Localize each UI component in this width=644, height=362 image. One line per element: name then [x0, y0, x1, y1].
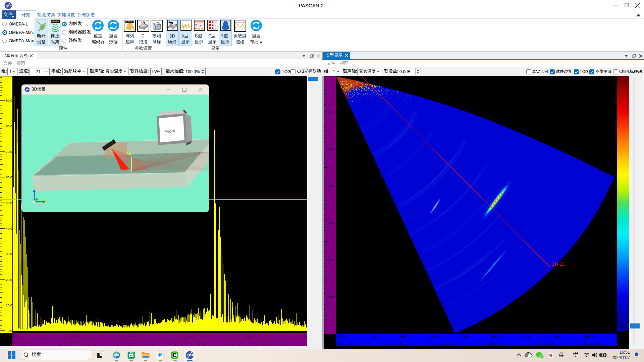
- svg-text:30.0: 30.0: [329, 184, 335, 188]
- svg-text:10.0: 10.0: [6, 303, 12, 307]
- svg-text:80.0: 80.0: [6, 124, 12, 128]
- svg-text:40.0: 40.0: [329, 221, 335, 225]
- svg-text:CAN: CAN: [190, 354, 194, 356]
- svg-text:20.0: 20.0: [130, 334, 136, 338]
- svg-text:CH-21: CH-21: [551, 261, 565, 267]
- svg-text:110.0: 110.0: [585, 335, 593, 338]
- svg-text:CAN: CAN: [8, 4, 12, 7]
- svg-text:20.0: 20.0: [6, 278, 12, 282]
- svg-text:40.0: 40.0: [6, 227, 12, 230]
- svg-text:30.0: 30.0: [6, 252, 12, 256]
- svg-text:120.0: 120.0: [616, 335, 624, 338]
- svg-text:Z: Z: [126, 150, 128, 154]
- svg-text:50.0: 50.0: [6, 201, 12, 205]
- svg-text:30.0: 30.0: [340, 335, 346, 338]
- svg-text:90.0: 90.0: [6, 99, 12, 102]
- svg-text:Y: Y: [38, 194, 40, 199]
- svg-text:10.0: 10.0: [329, 110, 335, 114]
- svg-text:80.0: 80.0: [493, 335, 499, 338]
- svg-text:70.0: 70.0: [6, 150, 12, 154]
- svg-text:30.0: 30.0: [188, 334, 194, 338]
- svg-text:20.0: 20.0: [329, 147, 335, 150]
- svg-text:50.0: 50.0: [329, 258, 335, 262]
- svg-text:40.0: 40.0: [371, 335, 377, 338]
- svg-text:60.0: 60.0: [329, 295, 335, 299]
- svg-text:0.0: 0.0: [8, 329, 12, 333]
- svg-text:0.0: 0.0: [14, 334, 18, 338]
- svg-text:X: X: [46, 199, 48, 204]
- svg-text:50.0: 50.0: [401, 335, 408, 338]
- svg-text:Z: Z: [33, 185, 35, 190]
- svg-text:40.0: 40.0: [246, 334, 252, 338]
- svg-text:70.0: 70.0: [463, 335, 469, 338]
- svg-text:60.0: 60.0: [432, 335, 438, 338]
- svg-text:Front: Front: [165, 128, 175, 134]
- svg-text:10.0: 10.0: [72, 334, 78, 338]
- svg-text:100.0: 100.0: [554, 335, 562, 338]
- svg-text:CAN: CAN: [27, 89, 30, 90]
- svg-text:X: X: [129, 152, 131, 156]
- svg-text:60.0: 60.0: [6, 175, 12, 179]
- svg-text:90.0: 90.0: [524, 335, 530, 338]
